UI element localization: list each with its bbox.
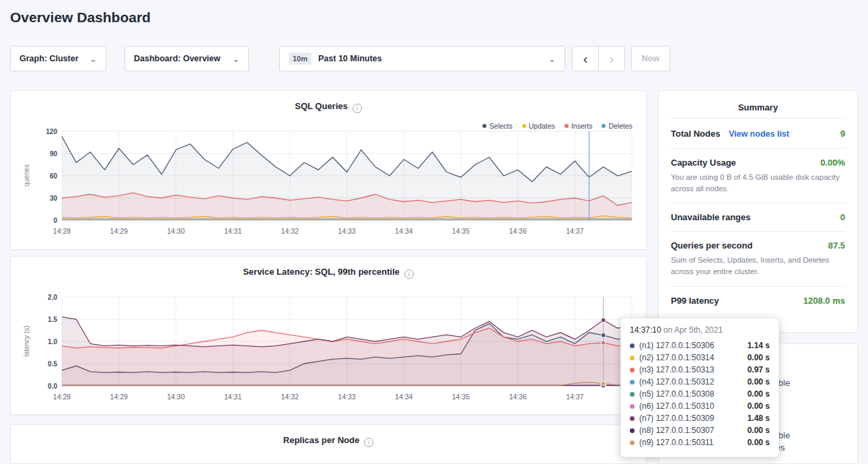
node-color-dot-icon	[630, 416, 635, 421]
node-latency-value: 1.48 s	[748, 413, 770, 423]
graph-dropdown-label: Graph: Cluster	[20, 54, 79, 63]
summary-label: Queries per second	[671, 240, 752, 251]
node-address: (n9) 127.0.0.1:50311	[639, 438, 714, 447]
summary-value: 1208.0 ms	[803, 296, 845, 306]
info-icon[interactable]: i	[364, 438, 373, 447]
node-latency-value: 0.00 s	[748, 438, 770, 447]
svg-text:14:33: 14:33	[338, 227, 355, 235]
node-address: (n4) 127.0.0.1:50312	[639, 377, 714, 387]
service-latency-chart[interactable]: 0.00.51.01.52.014:2814:2914:3014:3114:32…	[31, 292, 637, 407]
graph-dropdown[interactable]: Graph: Cluster ⌄	[10, 46, 106, 71]
node-color-dot-icon	[630, 392, 635, 397]
svg-text:90: 90	[50, 150, 58, 158]
chevron-down-icon: ⌄	[232, 55, 240, 63]
node-color-dot-icon	[630, 343, 635, 348]
info-icon[interactable]: i	[404, 269, 414, 279]
dashboard-dropdown[interactable]: Dashboard: Overview ⌄	[124, 46, 249, 71]
time-next-button[interactable]: ›	[598, 46, 625, 71]
svg-text:14:34: 14:34	[395, 227, 412, 235]
svg-text:14:36: 14:36	[509, 393, 526, 401]
node-color-dot-icon	[630, 356, 635, 360]
chevron-down-icon: ⌄	[548, 55, 556, 63]
node-address: (n3) 127.0.0.1:50313	[639, 365, 714, 374]
svg-text:14:36: 14:36	[509, 227, 526, 235]
node-color-dot-icon	[630, 368, 635, 372]
chart-title: Service Latency: SQL, 99th percentilei	[11, 267, 646, 279]
node-latency-value: 0.97 s	[748, 365, 770, 374]
tooltip-row: (n8) 127.0.0.1:503070.00 s	[630, 424, 770, 436]
summary-value: 0	[840, 212, 845, 222]
chevron-left-icon: ‹	[583, 51, 588, 67]
svg-text:14:28: 14:28	[53, 227, 71, 235]
node-latency-value: 0.00 s	[748, 389, 770, 399]
node-color-dot-icon	[630, 440, 635, 445]
summary-label: Total Nodes	[671, 129, 720, 139]
svg-text:14:37: 14:37	[566, 393, 583, 401]
chart-hover-tooltip: 14:37:10 on Apr 5th, 2021 (n1) 127.0.0.1…	[620, 318, 779, 457]
summary-value: 9	[840, 129, 845, 139]
time-range-label: Past 10 Minutes	[318, 54, 382, 63]
svg-text:14:34: 14:34	[395, 393, 412, 401]
summary-value: 87.5	[828, 240, 845, 251]
svg-text:60: 60	[50, 172, 58, 180]
node-latency-value: 1.14 s	[748, 341, 770, 350]
summary-row-queries-per-second: Queries per second 87.5 Sum of Selects, …	[671, 231, 845, 286]
summary-label: Capacity Usage	[671, 158, 736, 168]
svg-text:14:31: 14:31	[224, 393, 242, 401]
summary-row-capacity-usage: Capacity Usage 0.00% You are using 0 B o…	[671, 148, 845, 203]
summary-description: Sum of Selects, Updates, Inserts, and De…	[671, 255, 845, 277]
svg-text:14:32: 14:32	[281, 227, 299, 235]
page-title: Overview Dashboard	[10, 9, 151, 26]
summary-row-unavailable-ranges: Unavailable ranges 0	[671, 203, 845, 231]
now-button-label: Now	[642, 54, 659, 63]
summary-label: P99 latency	[671, 296, 719, 306]
svg-text:14:30: 14:30	[167, 227, 184, 235]
summary-description: You are using 0 B of 4.5 GiB usable disk…	[671, 172, 845, 194]
view-nodes-list-link[interactable]: View nodes list	[729, 129, 789, 139]
time-range-selector[interactable]: 10m Past 10 Minutes ⌄	[279, 46, 565, 71]
svg-text:14:29: 14:29	[110, 393, 128, 401]
tooltip-timestamp: 14:37:10 on Apr 5th, 2021	[630, 325, 770, 335]
chart-title: Replicas per Nodei	[11, 435, 646, 447]
service-latency-panel: Service Latency: SQL, 99th percentilei l…	[10, 256, 647, 415]
svg-text:120: 120	[46, 128, 57, 135]
y-axis-label: queries	[23, 129, 30, 223]
node-address: (n2) 127.0.0.1:50314	[639, 353, 714, 362]
tooltip-row: (n1) 127.0.0.1:503061.14 s	[630, 339, 770, 352]
tooltip-row: (n4) 127.0.0.1:503120.00 s	[630, 376, 770, 388]
svg-text:30: 30	[50, 195, 58, 202]
svg-text:14:31: 14:31	[224, 227, 242, 235]
svg-text:0: 0	[53, 217, 57, 224]
tooltip-row: (n3) 127.0.0.1:503130.97 s	[630, 364, 770, 376]
node-address: (n7) 127.0.0.1:50309	[639, 413, 714, 423]
node-latency-value: 0.00 s	[748, 377, 770, 387]
svg-text:1.5: 1.5	[48, 316, 57, 323]
node-color-dot-icon	[630, 380, 635, 385]
summary-row-total-nodes: Total Nodes View nodes list 9	[671, 118, 845, 148]
summary-label: Unavailable ranges	[671, 212, 751, 222]
chevron-down-icon: ⌄	[89, 55, 97, 63]
time-range-badge: 10m	[289, 53, 312, 65]
chart-title: SQL Queriesi	[11, 101, 646, 113]
time-prev-button[interactable]: ‹	[572, 46, 599, 71]
summary-value: 0.00%	[820, 158, 845, 168]
tooltip-row: (n6) 127.0.0.1:503100.00 s	[630, 400, 770, 412]
svg-text:14:35: 14:35	[452, 227, 470, 235]
info-icon[interactable]: i	[353, 104, 362, 113]
svg-text:0.0: 0.0	[48, 383, 57, 390]
node-latency-value: 0.00 s	[748, 401, 770, 411]
svg-text:14:28: 14:28	[53, 393, 71, 401]
y-axis-label: latency (s)	[23, 294, 30, 389]
time-now-button[interactable]: Now	[631, 46, 670, 71]
tooltip-row: (n5) 127.0.0.1:503080.00 s	[630, 388, 770, 400]
node-address: (n8) 127.0.0.1:50307	[639, 426, 714, 435]
dashboard-dropdown-label: Dashboard: Overview	[134, 54, 221, 63]
replicas-per-node-panel: Replicas per Nodei	[10, 424, 647, 464]
svg-text:14:35: 14:35	[452, 393, 470, 401]
node-latency-value: 0.00 s	[748, 353, 770, 362]
sql-queries-chart[interactable]: 030609012014:2814:2914:3014:3114:3214:33…	[31, 126, 637, 242]
tooltip-row: (n7) 127.0.0.1:503091.48 s	[630, 412, 770, 424]
summary-row-p99-latency: P99 latency 1208.0 ms	[671, 286, 845, 314]
sql-queries-panel: SQL Queriesi SelectsUpdatesInsertsDelete…	[10, 90, 647, 250]
svg-text:14:33: 14:33	[338, 393, 355, 401]
